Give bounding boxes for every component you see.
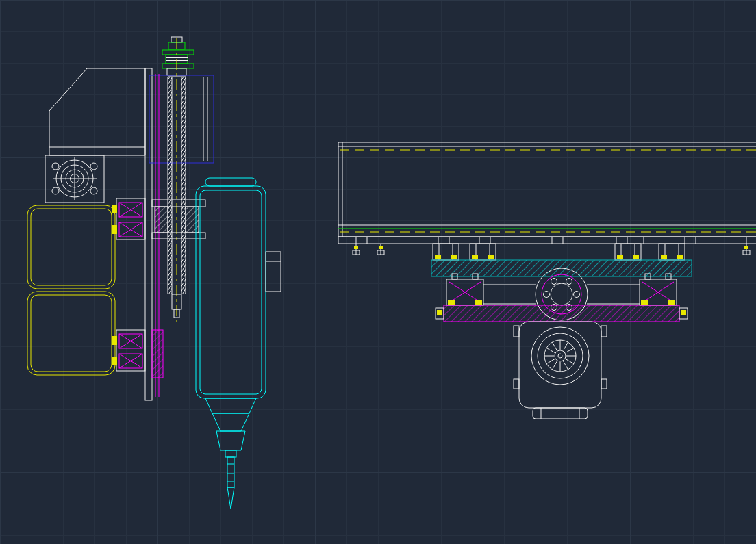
left-view <box>27 37 281 509</box>
spindle-nose <box>212 413 249 431</box>
grease-nipple <box>112 225 117 234</box>
motor-circle-outer <box>531 327 589 385</box>
bolt-hole <box>90 187 97 194</box>
clamp-shim <box>435 255 441 259</box>
pulley-flange-top <box>162 50 194 55</box>
motor-side-tab <box>514 379 519 389</box>
nut-flange-bottom <box>152 233 205 239</box>
grease-nipple <box>668 300 675 305</box>
clamp-shim <box>661 255 667 259</box>
ball-nut[interactable] <box>152 200 205 239</box>
clamp-shim <box>677 255 683 259</box>
drive-pulley[interactable] <box>162 37 194 75</box>
grease-nipple <box>112 205 117 213</box>
fan-spoke <box>566 359 574 364</box>
rail-hatch <box>152 330 163 378</box>
flange-bolt <box>566 279 572 285</box>
motor-frame <box>27 205 115 289</box>
drawing-canvas[interactable] <box>0 0 756 544</box>
collet-nut <box>216 431 245 450</box>
grease-nipple <box>641 300 648 305</box>
motor-frame-inner <box>31 295 112 372</box>
fan-spoke <box>546 348 555 353</box>
connector-outline <box>266 252 281 292</box>
nut-flange-top <box>152 200 205 207</box>
plate-end-shim <box>681 310 686 315</box>
carriage-outline <box>116 198 145 239</box>
beam-outline <box>338 142 756 237</box>
collet-neck <box>225 450 236 457</box>
bracket-outline <box>49 68 145 155</box>
fan-spoke <box>564 342 568 350</box>
flange-bolt <box>544 292 550 298</box>
beam-bolts[interactable] <box>353 244 750 255</box>
bolt-hole <box>52 163 59 170</box>
grease-nipple <box>112 336 117 345</box>
servo-flange[interactable] <box>45 155 104 203</box>
spindle-taper <box>205 398 256 413</box>
clamp-shim <box>488 255 494 259</box>
rail-clamps-upper[interactable] <box>433 244 685 260</box>
motor-side-tab <box>514 326 519 337</box>
fan-spoke <box>564 361 568 370</box>
tool-shank <box>227 457 234 487</box>
rail-carriage-top[interactable] <box>112 198 145 239</box>
flange-bolt <box>574 292 580 298</box>
spindle-connector-box[interactable] <box>266 252 281 292</box>
fan-spoke <box>546 359 555 364</box>
ball-screw[interactable] <box>168 38 186 323</box>
carriage-outline <box>116 330 145 371</box>
motor-frame-inner <box>31 209 112 285</box>
grease-nipple <box>112 357 117 365</box>
tool-tip <box>227 487 234 509</box>
flange-circle-inner <box>551 283 572 305</box>
motor-side-tab <box>601 379 607 389</box>
clamp-shim <box>451 255 457 259</box>
mount-bracket[interactable] <box>49 68 152 400</box>
cad-viewport[interactable] <box>0 0 756 544</box>
clamp-shim <box>472 255 478 259</box>
motor-hub-dot <box>558 354 562 358</box>
bolt-washer <box>379 246 383 249</box>
lower-carriage-right[interactable] <box>640 274 677 305</box>
clamp-shim <box>617 255 623 259</box>
bolt-hole <box>90 163 97 170</box>
nut-body-hatch <box>155 207 168 233</box>
bolt-washer <box>744 246 748 249</box>
beam-sole-plate <box>338 237 756 244</box>
grease-nipple <box>475 300 482 305</box>
nut-body-hatch <box>186 207 199 233</box>
fan-spoke <box>553 342 557 350</box>
spindle-motor[interactable] <box>196 178 266 509</box>
rotary-motor[interactable] <box>514 322 607 419</box>
fan-spoke <box>566 348 574 353</box>
lower-carriage-left[interactable] <box>446 274 483 305</box>
thread-band <box>181 77 186 294</box>
motor-hub-circle <box>555 350 566 361</box>
spindle-body-inner <box>200 190 262 394</box>
servo-motor-body[interactable] <box>27 205 115 375</box>
spindle-body <box>196 186 266 398</box>
right-view <box>338 142 756 419</box>
motor-frame <box>27 292 115 375</box>
gantry-beam[interactable] <box>338 142 756 244</box>
bolt-hole <box>52 187 59 194</box>
flange-bolt <box>551 279 557 285</box>
clamp-shim <box>633 255 639 259</box>
motor-side-tab <box>601 326 607 337</box>
thread-band <box>168 77 172 294</box>
spindle-cap <box>205 178 256 186</box>
rotary-plate[interactable] <box>436 305 688 322</box>
grease-nipple <box>448 300 455 305</box>
z-plate <box>145 68 152 400</box>
pulley-flange-bottom <box>162 64 194 68</box>
rotary-plate-outline <box>444 305 679 322</box>
fan-spoke <box>553 361 557 370</box>
rail-carriage-bottom[interactable] <box>112 330 145 371</box>
linear-rail[interactable] <box>152 74 163 397</box>
plate-end-shim <box>437 310 442 315</box>
bolt-washer <box>354 246 358 249</box>
